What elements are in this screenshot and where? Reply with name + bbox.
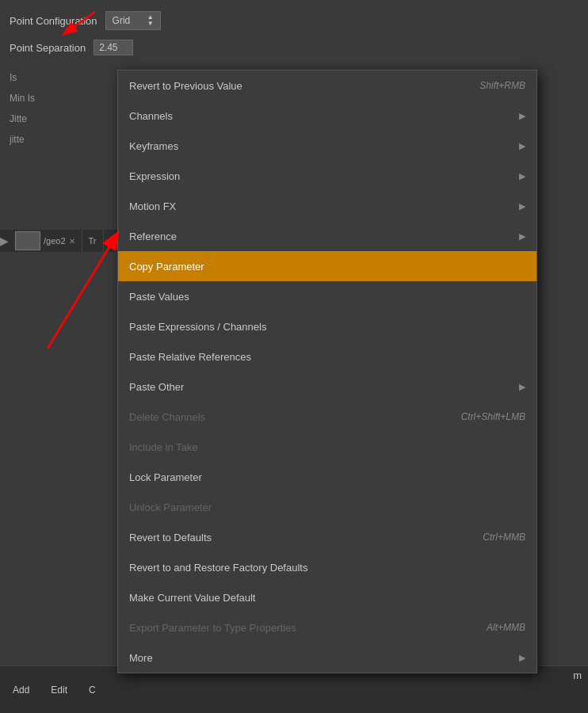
menu-label-unlock-parameter: Unlock Parameter xyxy=(129,501,525,513)
menu-shortcut-revert-defaults: Ctrl+MMB xyxy=(483,532,525,543)
menu-label-reference: Reference xyxy=(129,231,513,242)
menu-label-lock-parameter: Lock Parameter xyxy=(129,471,525,483)
menu-item-motion-fx[interactable]: Motion FX▶ xyxy=(118,191,536,221)
left-panel-row-3: jitte xyxy=(0,129,127,150)
menu-item-reference[interactable]: Reference▶ xyxy=(118,221,536,251)
menu-arrow-icon-more: ▶ xyxy=(519,653,525,663)
menu-item-lock-parameter[interactable]: Lock Parameter xyxy=(118,462,536,492)
menu-shortcut-delete-channels: Ctrl+Shift+LMB xyxy=(461,411,525,422)
menu-arrow-icon-expression: ▶ xyxy=(519,171,525,181)
left-panel-row-2: Jitte xyxy=(0,109,127,129)
menu-item-paste-other[interactable]: Paste Other▶ xyxy=(118,372,536,402)
tab-close-icon[interactable]: ✕ xyxy=(69,237,75,246)
menu-label-revert-previous: Revert to Previous Value xyxy=(129,80,479,92)
menu-arrow-icon-keyframes: ▶ xyxy=(519,141,525,151)
menu-arrow-icon-motion-fx: ▶ xyxy=(519,201,525,212)
menu-label-include-take: Include in Take xyxy=(129,441,525,453)
menu-item-revert-defaults[interactable]: Revert to DefaultsCtrl+MMB xyxy=(118,522,536,552)
menu-label-keyframes: Keyframes xyxy=(129,140,513,152)
left-label-3: jitte xyxy=(10,134,25,145)
menu-item-channels[interactable]: Channels▶ xyxy=(118,101,536,131)
top-row: Point Configuration Grid ▲ ▼ xyxy=(10,6,578,35)
second-row: Point Separation 2.45 xyxy=(10,36,578,59)
menu-label-make-current-default: Make Current Value Default xyxy=(129,592,525,604)
left-panel-row-0: Is xyxy=(0,67,127,88)
left-panel: Is Min Is Jitte jitte xyxy=(0,67,127,475)
menu-item-unlock-parameter: Unlock Parameter xyxy=(118,492,536,522)
grid-dropdown[interactable]: Grid ▲ ▼ xyxy=(105,11,161,30)
menu-label-paste-values: Paste Values xyxy=(129,291,525,303)
menu-item-expression[interactable]: Expression▶ xyxy=(118,161,536,191)
point-config-label: Point Configuration xyxy=(10,15,97,27)
menu-item-paste-expressions[interactable]: Paste Expressions / Channels xyxy=(118,311,536,341)
menu-item-more[interactable]: More▶ xyxy=(118,642,536,673)
menu-label-more: More xyxy=(129,652,513,664)
left-panel-row-1: Min Is xyxy=(0,88,127,109)
grid-dropdown-value: Grid xyxy=(113,15,144,26)
menu-label-channels: Channels xyxy=(129,110,513,122)
left-label-2: Jitte xyxy=(10,113,27,124)
menu-label-paste-expressions: Paste Expressions / Channels xyxy=(129,321,525,333)
menu-shortcut-revert-previous: Shift+RMB xyxy=(479,80,525,91)
point-separation-label: Point Separation xyxy=(10,42,86,54)
menu-item-make-current-default[interactable]: Make Current Value Default xyxy=(118,582,536,612)
left-label-0: Is xyxy=(10,72,17,83)
c-button[interactable]: C xyxy=(84,683,101,697)
menu-label-paste-relative: Paste Relative References xyxy=(129,351,525,363)
menu-item-export-param: Export Parameter to Type PropertiesAlt+M… xyxy=(118,612,536,642)
top-area: Point Configuration Grid ▲ ▼ Point Separ… xyxy=(0,0,588,67)
menu-label-copy-parameter: Copy Parameter xyxy=(129,261,525,273)
bottom-right-letter: m xyxy=(573,669,582,681)
menu-arrow-icon-channels: ▶ xyxy=(519,111,525,121)
tab-nav-arrow[interactable]: ▶ xyxy=(0,234,9,247)
menu-item-revert-factory[interactable]: Revert to and Restore Factory Defaults xyxy=(118,552,536,582)
menu-item-paste-relative[interactable]: Paste Relative References xyxy=(118,341,536,372)
menu-arrow-icon-reference: ▶ xyxy=(519,231,525,242)
menu-item-paste-values[interactable]: Paste Values xyxy=(118,281,536,311)
menu-label-revert-defaults: Revert to Defaults xyxy=(129,532,483,543)
menu-label-paste-other: Paste Other xyxy=(129,381,513,393)
menu-item-include-take: Include in Take xyxy=(118,432,536,462)
point-separation-value[interactable]: 2.45 xyxy=(94,40,133,55)
tab-geo2[interactable]: /geo2 ✕ xyxy=(9,230,82,252)
menu-label-expression: Expression xyxy=(129,170,513,182)
tab-tr[interactable]: Tr xyxy=(82,230,104,252)
dropdown-arrows-icon: ▲ ▼ xyxy=(147,14,154,27)
menu-shortcut-export-param: Alt+MMB xyxy=(487,622,525,633)
menu-arrow-icon-paste-other: ▶ xyxy=(519,382,525,392)
menu-label-export-param: Export Parameter to Type Properties xyxy=(129,622,487,634)
context-menu: Revert to Previous ValueShift+RMBChannel… xyxy=(117,70,537,673)
menu-label-motion-fx: Motion FX xyxy=(129,200,513,212)
left-label-1: Min Is xyxy=(10,93,35,104)
tab-geo2-label: /geo2 xyxy=(44,236,66,246)
tab-tr-label: Tr xyxy=(89,236,97,246)
menu-item-delete-channels: Delete ChannelsCtrl+Shift+LMB xyxy=(118,402,536,432)
node-thumbnail xyxy=(15,231,40,250)
menu-item-keyframes[interactable]: Keyframes▶ xyxy=(118,131,536,161)
edit-button[interactable]: Edit xyxy=(46,683,72,697)
menu-item-copy-parameter[interactable]: Copy Parameter xyxy=(118,251,536,281)
menu-item-revert-previous[interactable]: Revert to Previous ValueShift+RMB xyxy=(118,71,536,101)
menu-label-revert-factory: Revert to and Restore Factory Defaults xyxy=(129,562,525,574)
add-button[interactable]: Add xyxy=(8,683,34,697)
menu-label-delete-channels: Delete Channels xyxy=(129,411,461,423)
